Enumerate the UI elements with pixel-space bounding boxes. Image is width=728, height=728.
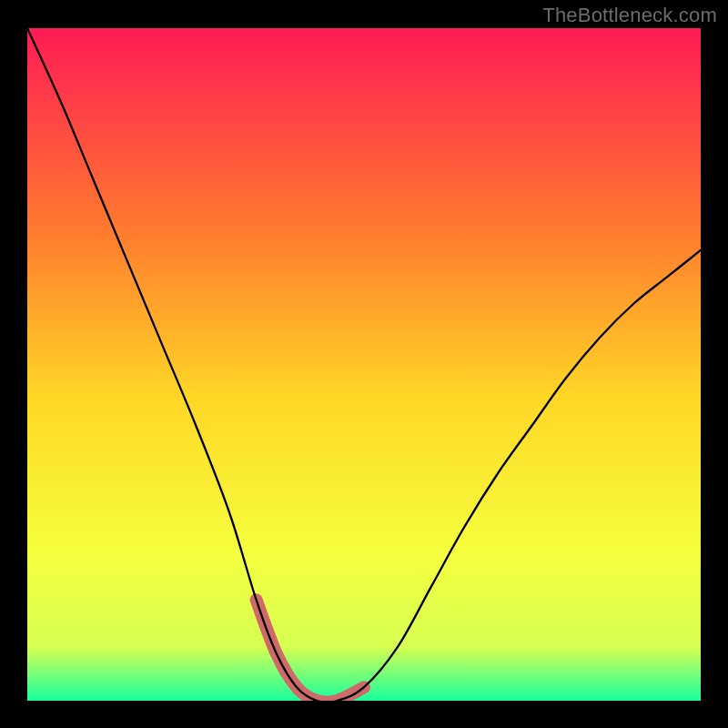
attribution-text: TheBottleneck.com — [542, 4, 717, 27]
chart-container: TheBottleneck.com — [0, 0, 728, 728]
plot-area — [27, 28, 701, 701]
background-gradient — [27, 28, 701, 701]
chart-svg — [27, 28, 701, 701]
